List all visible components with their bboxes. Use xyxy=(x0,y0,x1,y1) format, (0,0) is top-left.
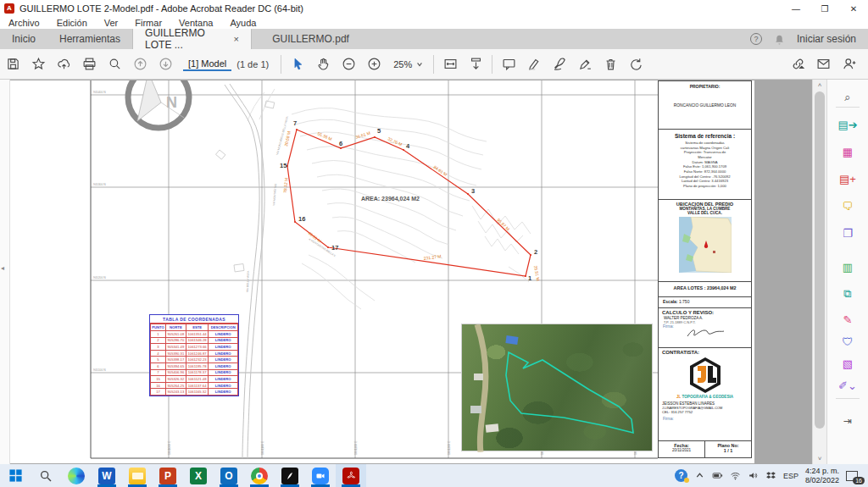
coordinates-table: TABLA DE COORDENADAS PUNTONORTEESTEDESCR… xyxy=(149,314,239,396)
comment-icon[interactable] xyxy=(496,53,521,75)
svg-text:VIA MONTAÑITAS: VIA MONTAÑITAS xyxy=(271,183,277,206)
cloud-upload-icon[interactable] xyxy=(51,53,76,75)
menu-edicion[interactable]: Edición xyxy=(48,18,96,28)
page-indicator[interactable]: [1] Model xyxy=(183,57,231,71)
create-pdf-icon[interactable]: ▤+ xyxy=(837,169,858,188)
scroll-up-icon[interactable]: ˄ xyxy=(813,81,826,89)
table-row: 7905406.961061178.37LINDERO xyxy=(151,369,238,376)
fill-sign-icon[interactable] xyxy=(572,53,598,75)
taskbar-zoom-app-icon[interactable] xyxy=(305,464,336,487)
language-indicator[interactable]: ESP xyxy=(783,472,798,480)
taskbar-word-icon[interactable]: W xyxy=(92,464,122,487)
left-panel-strip[interactable]: ◂ xyxy=(0,80,10,464)
aerial-photo xyxy=(461,324,653,451)
zoom-level-dropdown[interactable]: 25% xyxy=(387,59,430,69)
save-icon[interactable] xyxy=(0,53,25,75)
person-add-icon[interactable] xyxy=(836,53,861,75)
fit-width-icon[interactable] xyxy=(437,53,463,75)
restore-button[interactable]: ❐ xyxy=(810,0,839,17)
tab-document-active[interactable]: GUILLERMO LOTE ... × xyxy=(132,29,251,49)
wifi-icon[interactable] xyxy=(730,470,741,481)
minimize-button[interactable]: — xyxy=(782,0,810,17)
zoom-in-icon[interactable] xyxy=(361,53,387,75)
rotate-icon[interactable] xyxy=(623,53,648,75)
compress-pdf-icon[interactable]: ⧉ xyxy=(837,285,858,303)
taskbar-start-icon[interactable] xyxy=(0,464,31,487)
fill-sign-icon[interactable]: ✎ xyxy=(837,310,858,329)
table-row: 16905264.251061137.64LINDERO xyxy=(151,382,238,389)
close-button[interactable]: ✕ xyxy=(839,0,868,17)
document-workspace: ◂ 1061000 E1061100 E1061200 E1061300 E10… xyxy=(0,80,868,464)
find-icon[interactable] xyxy=(102,53,127,75)
trash-icon[interactable] xyxy=(598,53,623,75)
taskbar-outlook-icon[interactable]: O xyxy=(214,464,244,487)
notification-center-icon[interactable]: 16 xyxy=(846,468,863,484)
select-tool-icon[interactable] xyxy=(285,53,310,75)
taskbar-acrobat-icon[interactable] xyxy=(336,464,366,487)
dropbox-icon[interactable] xyxy=(765,470,776,481)
propietario-name: RONCANCIO GUILLERMO LEON xyxy=(659,103,751,108)
redact-icon[interactable]: ▧ xyxy=(837,354,858,373)
star-icon[interactable] xyxy=(25,53,51,75)
left-panel-handle-icon[interactable]: ◂ xyxy=(1,264,4,272)
combine-files-icon[interactable]: ❐ xyxy=(837,224,858,242)
taskbar-search-icon[interactable] xyxy=(31,464,61,487)
sign-in-button[interactable]: Iniciar sesión xyxy=(797,33,856,45)
bell-icon[interactable] xyxy=(774,34,785,45)
escala-label: Escala: xyxy=(663,299,678,304)
tray-clock[interactable]: 4:24 p. m. 8/02/2022 xyxy=(805,467,839,485)
propietario-header: PROPIETARIO: xyxy=(659,81,751,89)
svg-text:78.12 M: 78.12 M xyxy=(282,178,289,194)
sign-icon[interactable] xyxy=(547,53,572,75)
menu-ver[interactable]: Ver xyxy=(96,18,127,28)
more-tools-icon[interactable]: ✐⌄ xyxy=(837,376,858,395)
volume-icon[interactable] xyxy=(748,470,759,481)
tab-home[interactable]: Inicio xyxy=(0,29,47,49)
protect-pdf-icon[interactable]: 🛡 xyxy=(837,332,858,351)
highlight-icon[interactable] xyxy=(521,53,547,75)
help-icon[interactable]: ? xyxy=(750,33,762,45)
parcel-outline-photo xyxy=(506,352,633,433)
close-tab-icon[interactable]: × xyxy=(234,34,239,44)
title-bar: A GUILLERMO LOTE 2-Model.pdf - Adobe Acr… xyxy=(0,0,868,17)
menu-ayuda[interactable]: Ayuda xyxy=(221,18,264,28)
battery-icon[interactable] xyxy=(712,470,723,481)
vertical-scrollbar[interactable]: ˄ ˅ xyxy=(812,80,826,464)
taskbar-reader-black-icon[interactable] xyxy=(275,464,305,487)
comment-tool-icon[interactable]: 🗨 xyxy=(837,196,858,215)
email-icon[interactable] xyxy=(810,53,836,75)
taskbar-explorer-icon[interactable] xyxy=(122,464,153,487)
menu-archivo[interactable]: Archivo xyxy=(0,18,48,28)
tray-chevron-icon[interactable] xyxy=(694,470,705,481)
organize-pages-icon[interactable]: ▥ xyxy=(837,257,858,276)
chevron-down-icon xyxy=(416,61,423,68)
search-tool-icon[interactable]: ⌕ xyxy=(837,88,858,107)
svg-text:17: 17 xyxy=(331,244,338,252)
tab-document-2[interactable]: GUILLERMO.pdf xyxy=(251,29,370,49)
scroll-down-icon[interactable]: ˅ xyxy=(813,455,826,462)
menu-bar: ArchivoEdiciónVerFirmarVentanaAyuda xyxy=(0,17,868,29)
svg-text:5: 5 xyxy=(377,127,381,135)
page-up-icon[interactable] xyxy=(127,53,153,75)
table-row: 1905261.081061351.44LINDERO xyxy=(151,331,238,338)
zoom-out-icon[interactable] xyxy=(336,53,361,75)
fit-page-icon[interactable] xyxy=(463,53,488,75)
taskbar-excel-icon[interactable]: X xyxy=(183,464,214,487)
document-canvas[interactable]: 1061000 E1061100 E1061200 E1061300 E1061… xyxy=(10,80,812,464)
expand-panel-icon[interactable]: ⇥ xyxy=(837,412,858,430)
tab-tools[interactable]: Herramientas xyxy=(47,29,132,49)
export-pdf-icon[interactable]: ▤➔ xyxy=(837,115,858,134)
share-link-icon[interactable] xyxy=(785,53,810,75)
edit-pdf-icon[interactable]: ▦ xyxy=(837,142,858,161)
taskbar-powerpoint-icon[interactable]: P xyxy=(153,464,183,487)
page-down-icon[interactable] xyxy=(153,53,178,75)
taskbar-edge-icon[interactable] xyxy=(61,464,92,487)
contratista-header: CONTRATISTA: xyxy=(659,348,751,355)
scrollbar-thumb[interactable] xyxy=(815,91,825,429)
hand-tool-icon[interactable] xyxy=(310,53,336,75)
help-tray-icon[interactable]: ? xyxy=(675,469,687,482)
area-lotes: AREA LOTES : 23964,024 M2 xyxy=(659,282,751,291)
print-icon[interactable] xyxy=(76,53,102,75)
system-tray: ? ESP 4:24 p. m. 8/02/2022 16 xyxy=(675,467,868,485)
taskbar-chrome-icon[interactable] xyxy=(244,464,275,487)
